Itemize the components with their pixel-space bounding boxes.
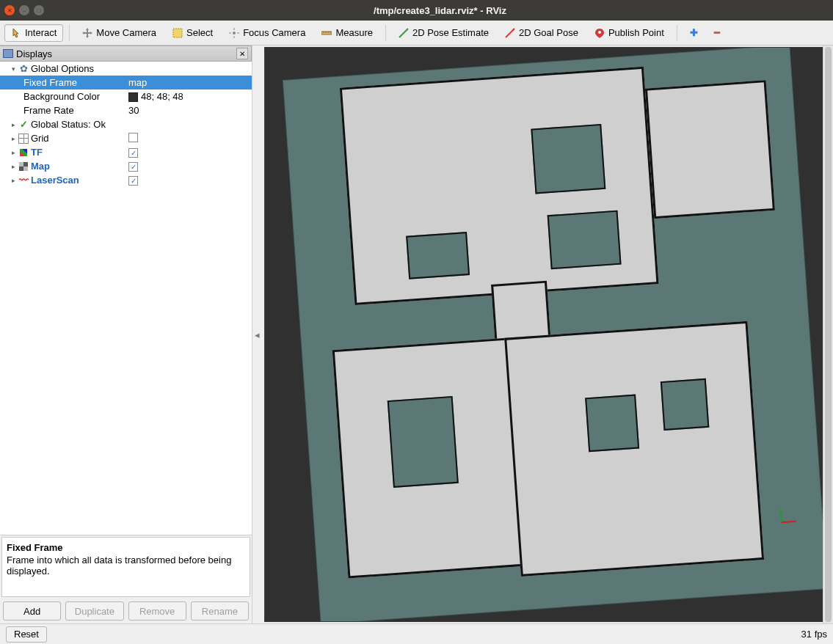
- rename-button[interactable]: Rename: [191, 601, 249, 621]
- tree-fixed-frame[interactable]: Fixed Frame map: [0, 76, 252, 89]
- goal-pose-button[interactable]: 2D Goal Pose: [498, 24, 585, 42]
- move-camera-label: Move Camera: [96, 27, 156, 38]
- displays-tree[interactable]: ▾ ✿ Global Options Fixed Frame map Backg…: [0, 62, 252, 535]
- scrollbar-thumb[interactable]: [825, 47, 832, 622]
- tree-background-color[interactable]: Background Color 48; 48; 48: [0, 89, 252, 103]
- toolbar: Interact Move Camera Select Focus Camera…: [0, 21, 833, 45]
- tree-value: 48; 48; 48: [128, 91, 252, 102]
- toolbar-separator: [677, 25, 677, 41]
- svg-line-5: [781, 508, 782, 522]
- viewport-area: [261, 45, 833, 623]
- tree-label: Fixed Frame: [22, 77, 77, 88]
- publish-point-label: Publish Point: [608, 27, 664, 38]
- tree-value: map: [128, 77, 252, 88]
- expand-arrow-icon[interactable]: ▸: [9, 177, 18, 184]
- tree-tf[interactable]: ▸ TF: [0, 145, 252, 159]
- fps-indicator: 31 fps: [801, 629, 827, 640]
- displays-panel-header[interactable]: Displays ✕: [0, 45, 252, 62]
- tree-value: [128, 175, 252, 186]
- map-floor: [283, 47, 827, 622]
- svg-point-1: [233, 32, 236, 34]
- pose-estimate-icon: [399, 28, 409, 38]
- reset-button[interactable]: Reset: [6, 626, 47, 643]
- check-ok-icon: ✓: [18, 119, 29, 130]
- laserscan-icon: 〰: [18, 175, 29, 186]
- window-minimize-button[interactable]: –: [19, 5, 29, 15]
- window-close-button[interactable]: ✕: [4, 5, 15, 15]
- laserscan-checkbox[interactable]: [128, 176, 138, 186]
- move-camera-icon: [82, 28, 92, 38]
- grid-icon: [18, 133, 29, 144]
- toolbar-separator: [385, 25, 386, 41]
- interact-label: Interact: [25, 27, 57, 38]
- tree-map[interactable]: ▸ Map: [0, 159, 252, 173]
- tree-global-options[interactable]: ▾ ✿ Global Options: [0, 62, 252, 76]
- main-area: Displays ✕ ▾ ✿ Global Options Fixed Fram…: [0, 45, 833, 623]
- toolbar-remove-button[interactable]: ━: [707, 24, 727, 42]
- svg-rect-0: [173, 29, 182, 37]
- tree-label: Map: [29, 161, 50, 172]
- description-box: Fixed Frame Frame into which all data is…: [1, 537, 250, 597]
- collapse-arrow-icon[interactable]: ◂: [255, 329, 260, 340]
- svg-point-3: [598, 31, 601, 34]
- tree-global-status[interactable]: ▸ ✓ Global Status: Ok: [0, 117, 252, 131]
- tf-checkbox[interactable]: [128, 148, 138, 158]
- description-body: Frame into which all data is transformed…: [7, 555, 245, 577]
- status-bar: Reset 31 fps: [0, 623, 833, 644]
- title-bar: ✕ – □ /tmp/create3_lidar.rviz* - RViz: [0, 0, 833, 21]
- toolbar-add-button[interactable]: ✚: [683, 24, 705, 42]
- publish-point-button[interactable]: Publish Point: [588, 24, 671, 42]
- gear-icon: ✿: [18, 63, 29, 74]
- tree-grid[interactable]: ▸ Grid: [0, 131, 252, 145]
- expand-arrow-icon[interactable]: ▸: [9, 135, 18, 142]
- remove-button[interactable]: Remove: [128, 601, 186, 621]
- tree-value: [128, 161, 252, 172]
- interact-icon: [11, 28, 21, 38]
- vertical-scrollbar[interactable]: [823, 45, 833, 623]
- window-title: /tmp/create3_lidar.rviz* - RViz: [51, 5, 829, 16]
- measure-button[interactable]: Measure: [315, 24, 379, 42]
- measure-icon: [321, 28, 332, 38]
- expand-arrow-icon[interactable]: ▸: [9, 121, 18, 128]
- expand-arrow-icon[interactable]: ▾: [9, 65, 18, 73]
- measure-label: Measure: [335, 27, 373, 38]
- toolbar-separator: [69, 25, 70, 41]
- expand-arrow-icon[interactable]: ▸: [9, 163, 18, 170]
- displays-panel-title: Displays: [16, 48, 52, 59]
- map-icon: [18, 162, 29, 171]
- move-camera-button[interactable]: Move Camera: [76, 24, 163, 42]
- duplicate-button[interactable]: Duplicate: [65, 601, 123, 621]
- displays-icon: [3, 49, 13, 58]
- goal-pose-icon: [505, 28, 515, 38]
- panel-splitter[interactable]: ◂: [252, 45, 261, 623]
- tree-label: Frame Rate: [22, 105, 74, 116]
- grid-checkbox[interactable]: [128, 133, 138, 142]
- select-icon: [172, 28, 183, 38]
- goal-pose-label: 2D Goal Pose: [519, 27, 578, 38]
- tree-label: Global Options: [29, 63, 94, 74]
- interact-button[interactable]: Interact: [4, 24, 63, 42]
- displays-panel: Displays ✕ ▾ ✿ Global Options Fixed Fram…: [0, 45, 252, 623]
- tree-label: Background Color: [22, 91, 100, 102]
- displays-panel-close-button[interactable]: ✕: [236, 48, 248, 59]
- tree-label: TF: [29, 147, 43, 158]
- select-label: Select: [186, 27, 213, 38]
- color-swatch: [128, 92, 138, 102]
- tree-label: Global Status: Ok: [29, 119, 106, 130]
- publish-point-icon: [594, 28, 605, 38]
- add-button[interactable]: Add: [3, 601, 61, 621]
- tree-frame-rate[interactable]: Frame Rate 30: [0, 103, 252, 117]
- focus-camera-icon: [229, 28, 239, 38]
- tree-value: [128, 147, 252, 158]
- window-maximize-button[interactable]: □: [34, 5, 44, 15]
- focus-camera-button[interactable]: Focus Camera: [222, 24, 312, 42]
- tree-label: Grid: [29, 133, 49, 144]
- pose-estimate-button[interactable]: 2D Pose Estimate: [392, 24, 495, 42]
- map-checkbox[interactable]: [128, 162, 138, 172]
- tree-laserscan[interactable]: ▸ 〰 LaserScan: [0, 173, 252, 187]
- tree-label: LaserScan: [29, 175, 79, 186]
- description-heading: Fixed Frame: [7, 542, 245, 553]
- select-button[interactable]: Select: [166, 24, 219, 42]
- expand-arrow-icon[interactable]: ▸: [9, 149, 18, 156]
- 3d-view[interactable]: [264, 47, 830, 622]
